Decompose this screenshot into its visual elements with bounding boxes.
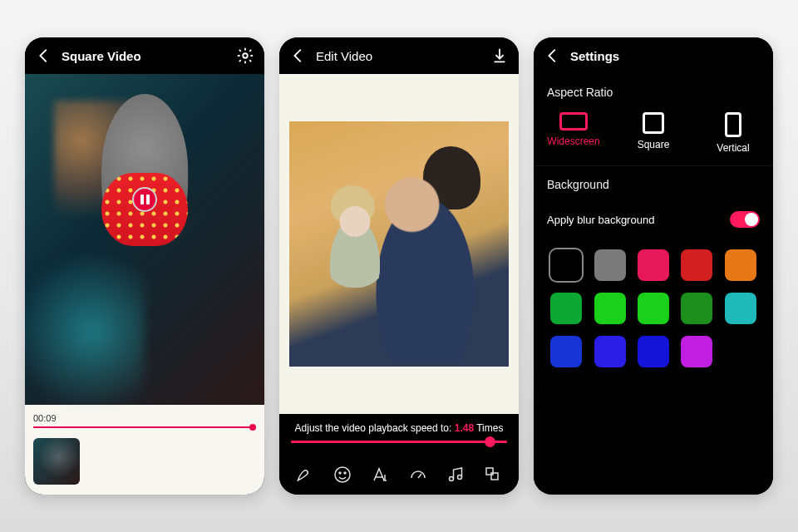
color-swatch[interactable] bbox=[681, 336, 712, 367]
topbar: Settings bbox=[534, 37, 773, 74]
clip-thumbnail[interactable] bbox=[33, 438, 80, 485]
speed-icon[interactable] bbox=[408, 465, 428, 485]
aspect-ratio-heading: Aspect Ratio bbox=[534, 74, 773, 107]
gear-icon[interactable] bbox=[236, 47, 254, 65]
aspect-ratio-group: Widescreen Square Vertical bbox=[534, 107, 773, 166]
color-swatch[interactable] bbox=[594, 336, 626, 367]
svg-point-3 bbox=[344, 472, 346, 474]
color-swatch[interactable] bbox=[594, 293, 626, 324]
color-swatch[interactable] bbox=[725, 293, 756, 324]
layout-icon[interactable] bbox=[483, 465, 503, 485]
download-icon[interactable] bbox=[490, 47, 509, 65]
back-icon[interactable] bbox=[289, 47, 308, 65]
vertical-icon bbox=[725, 112, 741, 137]
tool-bar bbox=[279, 455, 519, 495]
speed-slider[interactable] bbox=[291, 441, 507, 443]
svg-rect-7 bbox=[491, 473, 498, 480]
color-swatch[interactable] bbox=[681, 249, 712, 281]
ratio-widescreen[interactable]: Widescreen bbox=[544, 112, 603, 154]
topbar: Square Video bbox=[25, 37, 264, 74]
svg-point-2 bbox=[339, 472, 341, 474]
back-icon[interactable] bbox=[35, 47, 53, 65]
settings-body: Aspect Ratio Widescreen Square Vertical … bbox=[534, 74, 773, 495]
ratio-vertical[interactable]: Vertical bbox=[704, 112, 762, 154]
widescreen-icon bbox=[559, 112, 588, 131]
timeline-area: 00:09 bbox=[25, 405, 264, 495]
screen-title: Edit Video bbox=[316, 49, 482, 63]
topbar: Edit Video bbox=[279, 37, 519, 74]
screen-title: Settings bbox=[570, 49, 763, 63]
emoji-icon[interactable] bbox=[332, 465, 352, 485]
scrubber[interactable] bbox=[33, 426, 256, 428]
screen-square-video: Square Video 00:09 bbox=[25, 37, 264, 495]
blur-toggle[interactable] bbox=[730, 211, 760, 228]
color-palette bbox=[534, 239, 773, 377]
screen-title: Square Video bbox=[62, 49, 228, 63]
screen-settings: Settings Aspect Ratio Widescreen Square … bbox=[534, 37, 773, 495]
color-swatch[interactable] bbox=[638, 249, 669, 281]
speed-value: 1.48 bbox=[455, 422, 474, 434]
video-canvas[interactable] bbox=[279, 74, 519, 414]
color-swatch[interactable] bbox=[681, 293, 712, 324]
color-swatch[interactable] bbox=[550, 249, 582, 281]
color-swatch[interactable] bbox=[725, 249, 756, 281]
blur-row: Apply blur background bbox=[534, 200, 773, 239]
timestamp-label: 00:09 bbox=[33, 413, 256, 423]
background-heading: Background bbox=[534, 166, 773, 200]
svg-rect-6 bbox=[486, 468, 493, 475]
color-swatch[interactable] bbox=[638, 293, 669, 324]
color-swatch[interactable] bbox=[638, 336, 669, 367]
text-icon[interactable] bbox=[370, 465, 390, 485]
blur-label: Apply blur background bbox=[547, 214, 654, 226]
video-preview[interactable] bbox=[25, 74, 264, 405]
square-icon bbox=[643, 112, 664, 134]
pause-button[interactable] bbox=[132, 187, 157, 212]
draw-icon[interactable] bbox=[295, 465, 315, 485]
music-icon[interactable] bbox=[446, 465, 466, 485]
color-swatch[interactable] bbox=[550, 336, 582, 367]
speed-panel: Adjust the video playback speed to: 1.48… bbox=[279, 414, 519, 455]
color-swatch[interactable] bbox=[594, 249, 626, 281]
ratio-square[interactable]: Square bbox=[624, 112, 682, 154]
svg-point-0 bbox=[243, 53, 248, 58]
screen-edit-video: Edit Video Adjust the video playback spe… bbox=[279, 37, 519, 495]
speed-label: Adjust the video playback speed to: 1.48… bbox=[295, 422, 504, 434]
back-icon[interactable] bbox=[544, 47, 562, 65]
svg-point-1 bbox=[335, 467, 350, 482]
color-swatch[interactable] bbox=[550, 293, 582, 324]
